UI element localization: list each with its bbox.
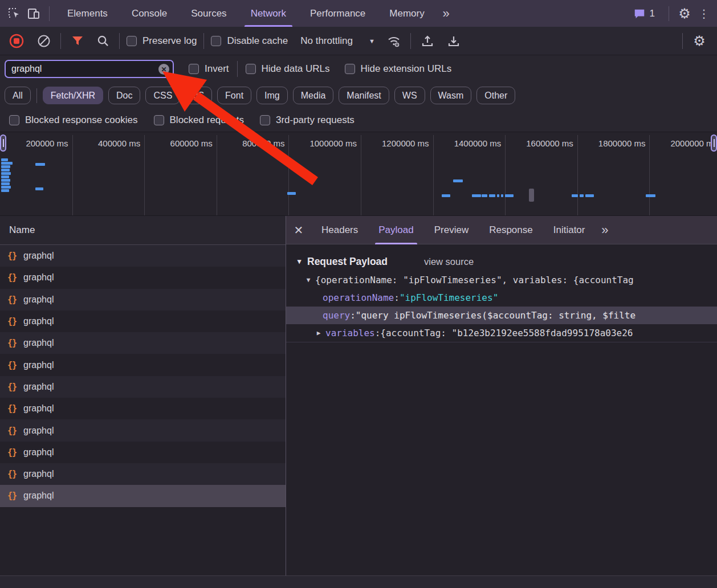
chip-wasm[interactable]: Wasm <box>430 87 472 104</box>
timeline-gridline <box>649 135 650 215</box>
request-timing-bar <box>1 169 10 172</box>
request-timing-bar <box>453 179 463 182</box>
request-name: graphql <box>23 316 54 326</box>
chip-img[interactable]: Img <box>256 87 288 104</box>
request-row[interactable]: {}graphql <box>0 419 286 441</box>
overview-right-handle[interactable] <box>711 134 717 152</box>
payload-row-query[interactable]: query: "query ipFlowTimeseries($accountT… <box>286 307 717 324</box>
hide-extension-urls-checkbox[interactable]: Hide extension URLs <box>345 63 452 75</box>
detail-tab-preview[interactable]: Preview <box>424 216 479 244</box>
network-overview-timeline[interactable]: 200000 ms400000 ms600000 ms800000 ms1000… <box>0 132 717 216</box>
tab-network[interactable]: Network <box>239 0 298 27</box>
json-request-icon: {} <box>7 403 17 414</box>
chip-manifest[interactable]: Manifest <box>339 87 389 104</box>
invert-checkbox[interactable]: Invert <box>189 63 229 75</box>
chip-font[interactable]: Font <box>217 87 251 104</box>
chip-doc[interactable]: Doc <box>108 87 140 104</box>
detail-tab-payload[interactable]: Payload <box>368 216 423 244</box>
request-timing-bar <box>585 194 594 197</box>
chip-other[interactable]: Other <box>476 87 515 104</box>
request-row[interactable]: {}graphql <box>0 332 286 354</box>
request-row[interactable]: {}graphql <box>0 245 286 267</box>
collapse-icon: ▼ <box>295 258 303 266</box>
request-timing-bar <box>35 163 45 166</box>
json-request-icon: {} <box>7 338 17 348</box>
divider <box>286 342 717 342</box>
timeline-tick-label: 2000000 ms <box>649 138 717 152</box>
detail-tab-response[interactable]: Response <box>479 216 543 244</box>
search-icon[interactable] <box>93 31 112 51</box>
request-payload-section[interactable]: ▼ Request Payload view source <box>286 252 717 271</box>
import-har-icon[interactable] <box>418 31 437 51</box>
request-name: graphql <box>23 426 54 436</box>
disable-cache-checkbox[interactable]: Disable cache <box>211 35 288 47</box>
network-settings-icon[interactable]: ⚙ <box>690 31 709 51</box>
filter-icon[interactable] <box>68 31 87 51</box>
detail-tab-initiator[interactable]: Initiator <box>543 216 596 244</box>
throttling-select[interactable]: No throttling ▼ <box>300 35 375 47</box>
clear-network-log-icon[interactable] <box>34 31 54 51</box>
request-timing-bar <box>1 189 9 192</box>
network-conditions-icon[interactable] <box>384 31 404 51</box>
request-timing-bar <box>442 194 450 197</box>
device-toolbar-icon[interactable] <box>24 4 43 23</box>
request-row[interactable]: {}graphql <box>0 485 286 507</box>
chip-media[interactable]: Media <box>293 87 334 104</box>
chip-js[interactable]: JS <box>185 87 212 104</box>
chip-css[interactable]: CSS <box>145 87 180 104</box>
payload-row-variables[interactable]: ▶ variables: {accountTag: "b12e3b2192ee5… <box>286 324 717 342</box>
view-source-toggle[interactable]: view source <box>424 256 474 267</box>
tab-memory[interactable]: Memory <box>377 0 436 27</box>
tab-performance[interactable]: Performance <box>298 0 377 27</box>
overview-left-handle[interactable] <box>0 134 6 152</box>
tab-console[interactable]: Console <box>120 0 179 27</box>
request-row[interactable]: {}graphql <box>0 354 286 375</box>
close-icon[interactable]: ✕ <box>286 216 311 244</box>
bottom-strip <box>0 575 717 588</box>
more-tabs-icon[interactable]: » <box>437 4 456 23</box>
request-row[interactable]: {}graphql <box>0 463 286 485</box>
request-name: graphql <box>23 403 54 414</box>
timeline-gridline <box>505 135 506 215</box>
preserve-log-checkbox[interactable]: Preserve log <box>127 35 197 47</box>
clear-filter-icon[interactable]: ✕ <box>158 64 169 75</box>
timeline-gridline <box>433 135 434 215</box>
request-timing-bar <box>482 194 487 197</box>
menu-kebab-icon[interactable]: ⋮ <box>694 4 714 23</box>
payload-root-row[interactable]: ▼ {operationName: "ipFlowTimeseries", va… <box>286 271 717 289</box>
record-network-log-icon[interactable] <box>7 31 26 51</box>
third-party-requests-checkbox[interactable]: 3rd-party requests <box>260 115 355 126</box>
inspect-element-icon[interactable] <box>5 4 24 23</box>
chip-fetch-xhr[interactable]: Fetch/XHR <box>43 87 103 104</box>
payload-row-operation-name[interactable]: operationName: "ipFlowTimeseries" <box>286 289 717 307</box>
request-name: graphql <box>23 469 54 479</box>
request-row[interactable]: {}graphql <box>0 442 286 463</box>
detail-tab-headers[interactable]: Headers <box>311 216 368 244</box>
chip-all[interactable]: All <box>5 87 31 104</box>
settings-icon[interactable]: ⚙ <box>675 4 694 23</box>
request-timing-bar <box>1 162 13 165</box>
blocked-response-cookies-checkbox[interactable]: Blocked response cookies <box>9 115 138 126</box>
hide-data-urls-checkbox[interactable]: Hide data URLs <box>246 63 330 75</box>
request-timing-bar <box>1 158 8 161</box>
request-row[interactable]: {}graphql <box>0 311 286 332</box>
request-row[interactable]: {}graphql <box>0 267 286 288</box>
filter-input[interactable] <box>6 64 173 74</box>
export-har-icon[interactable] <box>444 31 463 51</box>
panel-resize-handle[interactable] <box>286 216 286 588</box>
checkbox <box>154 115 164 125</box>
tab-elements[interactable]: Elements <box>55 0 120 27</box>
name-column-header[interactable]: Name <box>0 216 286 245</box>
request-row[interactable]: {}graphql <box>0 376 286 398</box>
request-row[interactable]: {}graphql <box>0 398 286 419</box>
more-detail-tabs-icon[interactable]: » <box>595 220 614 240</box>
blocked-requests-checkbox[interactable]: Blocked requests <box>154 115 244 126</box>
message-bubble-icon <box>633 7 646 20</box>
console-messages-button[interactable]: 1 <box>633 7 655 20</box>
checkbox <box>127 36 137 46</box>
tab-sources[interactable]: Sources <box>179 0 238 27</box>
request-row[interactable]: {}graphql <box>0 289 286 311</box>
resource-type-chips: AllFetch/XHRDocCSSJSFontImgMediaManifest… <box>0 83 717 108</box>
request-name: graphql <box>23 491 54 501</box>
chip-ws[interactable]: WS <box>394 87 425 104</box>
